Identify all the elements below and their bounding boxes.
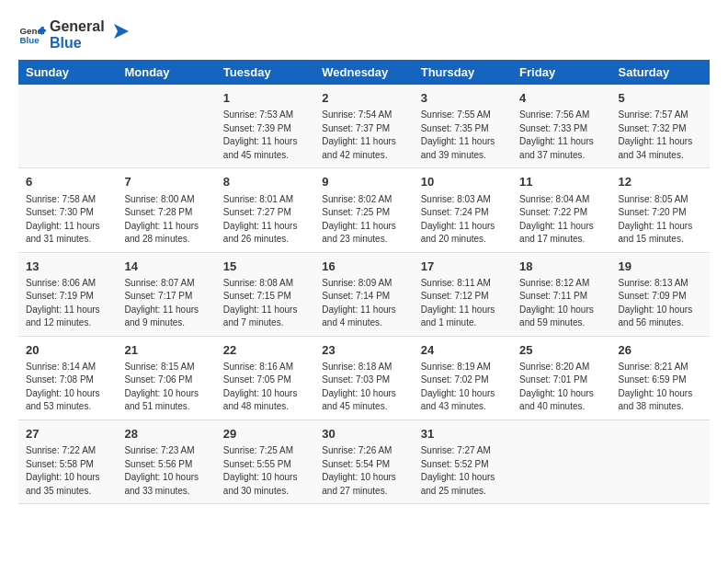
- calendar-cell: 24Sunrise: 8:19 AMSunset: 7:02 PMDayligh…: [414, 336, 512, 419]
- sunset-text: Sunset: 7:24 PM: [421, 206, 505, 220]
- sunset-text: Sunset: 7:37 PM: [322, 122, 405, 136]
- column-header-wednesday: Wednesday: [314, 60, 413, 85]
- day-info: Sunrise: 7:57 AMSunset: 7:32 PMDaylight:…: [619, 109, 702, 162]
- day-info: Sunrise: 7:56 AMSunset: 7:33 PMDaylight:…: [519, 109, 603, 162]
- daylight-text: Daylight: 11 hours and 39 minutes.: [421, 135, 505, 162]
- header-row: SundayMondayTuesdayWednesdayThursdayFrid…: [18, 60, 710, 85]
- sunset-text: Sunset: 7:28 PM: [124, 206, 208, 220]
- sunrise-text: Sunrise: 8:15 AM: [124, 361, 208, 374]
- calendar-cell: 16Sunrise: 8:09 AMSunset: 7:14 PMDayligh…: [314, 252, 413, 336]
- daylight-text: Daylight: 10 hours and 53 minutes.: [26, 387, 109, 414]
- day-info: Sunrise: 7:55 AMSunset: 7:35 PMDaylight:…: [421, 109, 505, 162]
- day-number: 1: [223, 90, 307, 107]
- daylight-text: Daylight: 10 hours and 35 minutes.: [26, 471, 109, 498]
- page-header: General Blue General Blue: [18, 18, 710, 51]
- logo-general-text: General: [50, 18, 105, 35]
- day-number: 19: [619, 259, 702, 275]
- day-info: Sunrise: 7:26 AMSunset: 5:54 PMDaylight:…: [322, 444, 405, 498]
- sunset-text: Sunset: 5:55 PM: [223, 458, 307, 472]
- day-number: 18: [519, 259, 603, 275]
- daylight-text: Daylight: 11 hours and 45 minutes.: [223, 135, 307, 162]
- day-info: Sunrise: 8:07 AMSunset: 7:17 PMDaylight:…: [124, 277, 208, 330]
- sunset-text: Sunset: 7:32 PM: [619, 122, 702, 136]
- logo-icon: General Blue: [18, 21, 46, 49]
- day-number: 3: [421, 90, 505, 107]
- day-number: 27: [26, 426, 109, 442]
- daylight-text: Daylight: 11 hours and 20 minutes.: [421, 220, 505, 247]
- day-number: 23: [322, 342, 405, 359]
- day-number: 12: [619, 174, 702, 190]
- day-number: 7: [124, 174, 208, 190]
- calendar-cell: [512, 419, 610, 503]
- day-number: 4: [519, 90, 603, 107]
- day-info: Sunrise: 8:13 AMSunset: 7:09 PMDaylight:…: [619, 277, 702, 330]
- day-info: Sunrise: 7:22 AMSunset: 5:58 PMDaylight:…: [26, 444, 109, 498]
- sunset-text: Sunset: 7:35 PM: [421, 122, 505, 136]
- calendar-cell: 17Sunrise: 8:11 AMSunset: 7:12 PMDayligh…: [414, 252, 512, 336]
- day-number: 6: [26, 174, 109, 190]
- column-header-saturday: Saturday: [611, 60, 710, 85]
- logo-arrow-icon: [110, 20, 132, 42]
- week-row-1: 1Sunrise: 7:53 AMSunset: 7:39 PMDaylight…: [18, 85, 710, 168]
- day-info: Sunrise: 8:04 AMSunset: 7:22 PMDaylight:…: [519, 193, 603, 247]
- day-number: 15: [223, 259, 307, 275]
- sunset-text: Sunset: 7:20 PM: [619, 206, 702, 220]
- calendar-cell: 15Sunrise: 8:08 AMSunset: 7:15 PMDayligh…: [216, 252, 314, 336]
- daylight-text: Daylight: 10 hours and 33 minutes.: [124, 471, 208, 498]
- day-info: Sunrise: 7:54 AMSunset: 7:37 PMDaylight:…: [322, 109, 405, 162]
- daylight-text: Daylight: 11 hours and 15 minutes.: [619, 220, 702, 247]
- day-number: 9: [322, 174, 405, 190]
- calendar-cell: 19Sunrise: 8:13 AMSunset: 7:09 PMDayligh…: [611, 252, 710, 336]
- day-info: Sunrise: 8:21 AMSunset: 6:59 PMDaylight:…: [619, 361, 702, 414]
- day-info: Sunrise: 8:11 AMSunset: 7:12 PMDaylight:…: [421, 277, 505, 330]
- day-number: 30: [322, 426, 405, 442]
- calendar-cell: 21Sunrise: 8:15 AMSunset: 7:06 PMDayligh…: [117, 336, 215, 419]
- day-number: 16: [322, 259, 405, 275]
- calendar-cell: 28Sunrise: 7:23 AMSunset: 5:56 PMDayligh…: [117, 419, 215, 503]
- calendar-cell: [611, 419, 710, 503]
- sunset-text: Sunset: 6:59 PM: [619, 373, 702, 387]
- calendar-cell: 8Sunrise: 8:01 AMSunset: 7:27 PMDaylight…: [216, 168, 314, 252]
- svg-text:Blue: Blue: [20, 35, 40, 45]
- day-info: Sunrise: 7:58 AMSunset: 7:30 PMDaylight:…: [26, 193, 109, 247]
- calendar-cell: 11Sunrise: 8:04 AMSunset: 7:22 PMDayligh…: [512, 168, 610, 252]
- day-info: Sunrise: 8:05 AMSunset: 7:20 PMDaylight:…: [619, 193, 702, 247]
- column-header-tuesday: Tuesday: [216, 60, 314, 85]
- sunrise-text: Sunrise: 8:05 AM: [619, 193, 702, 207]
- sunrise-text: Sunrise: 7:25 AM: [223, 444, 307, 458]
- day-info: Sunrise: 8:20 AMSunset: 7:01 PMDaylight:…: [519, 361, 603, 414]
- week-row-2: 6Sunrise: 7:58 AMSunset: 7:30 PMDaylight…: [18, 168, 710, 252]
- svg-marker-4: [114, 24, 129, 39]
- column-header-sunday: Sunday: [18, 60, 117, 85]
- sunrise-text: Sunrise: 7:26 AM: [322, 444, 405, 458]
- calendar-cell: 12Sunrise: 8:05 AMSunset: 7:20 PMDayligh…: [611, 168, 710, 252]
- sunset-text: Sunset: 7:33 PM: [519, 122, 603, 136]
- sunset-text: Sunset: 7:05 PM: [223, 373, 307, 387]
- sunrise-text: Sunrise: 8:08 AM: [223, 277, 307, 291]
- daylight-text: Daylight: 10 hours and 30 minutes.: [223, 471, 307, 498]
- sunrise-text: Sunrise: 8:21 AM: [619, 361, 702, 374]
- sunrise-text: Sunrise: 7:58 AM: [26, 193, 109, 207]
- day-info: Sunrise: 7:27 AMSunset: 5:52 PMDaylight:…: [421, 444, 505, 498]
- day-number: 25: [519, 342, 603, 359]
- column-header-friday: Friday: [512, 60, 610, 85]
- daylight-text: Daylight: 11 hours and 28 minutes.: [124, 220, 208, 247]
- day-info: Sunrise: 8:00 AMSunset: 7:28 PMDaylight:…: [124, 193, 208, 247]
- sunrise-text: Sunrise: 8:19 AM: [421, 361, 505, 374]
- day-info: Sunrise: 7:53 AMSunset: 7:39 PMDaylight:…: [223, 109, 307, 162]
- daylight-text: Daylight: 11 hours and 34 minutes.: [619, 135, 702, 162]
- calendar-cell: 5Sunrise: 7:57 AMSunset: 7:32 PMDaylight…: [611, 85, 710, 168]
- day-info: Sunrise: 8:15 AMSunset: 7:06 PMDaylight:…: [124, 361, 208, 414]
- sunrise-text: Sunrise: 7:23 AM: [124, 444, 208, 458]
- day-info: Sunrise: 8:08 AMSunset: 7:15 PMDaylight:…: [223, 277, 307, 330]
- sunset-text: Sunset: 7:39 PM: [223, 122, 307, 136]
- day-number: 10: [421, 174, 505, 190]
- sunset-text: Sunset: 7:02 PM: [421, 373, 505, 387]
- calendar-table: SundayMondayTuesdayWednesdayThursdayFrid…: [18, 60, 710, 504]
- sunset-text: Sunset: 5:58 PM: [26, 458, 109, 472]
- sunset-text: Sunset: 7:09 PM: [619, 290, 702, 304]
- sunrise-text: Sunrise: 7:56 AM: [519, 109, 603, 122]
- calendar-cell: 30Sunrise: 7:26 AMSunset: 5:54 PMDayligh…: [314, 419, 413, 503]
- calendar-cell: 27Sunrise: 7:22 AMSunset: 5:58 PMDayligh…: [18, 419, 117, 503]
- sunset-text: Sunset: 7:17 PM: [124, 290, 208, 304]
